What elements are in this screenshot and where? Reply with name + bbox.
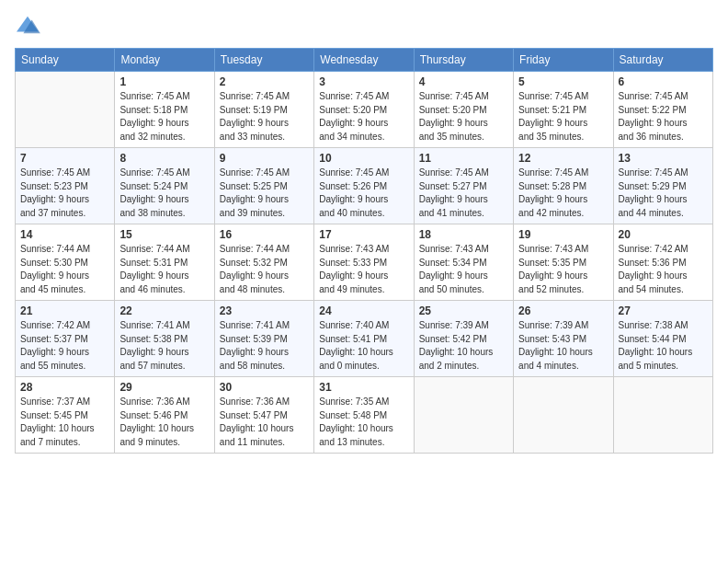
day-number: 17 bbox=[319, 228, 408, 241]
day-number: 25 bbox=[419, 304, 508, 317]
day-info: Sunrise: 7:36 AMSunset: 5:47 PMDaylight:… bbox=[220, 396, 309, 449]
day-number: 29 bbox=[119, 381, 209, 394]
col-friday: Friday bbox=[514, 49, 613, 72]
day-info: Sunrise: 7:45 AMSunset: 5:28 PMDaylight:… bbox=[518, 167, 608, 220]
day-number: 20 bbox=[619, 228, 708, 241]
day-number: 23 bbox=[220, 304, 309, 317]
day-number: 24 bbox=[319, 304, 408, 317]
day-info: Sunrise: 7:42 AMSunset: 5:37 PMDaylight:… bbox=[20, 319, 109, 373]
table-cell: 2Sunrise: 7:45 AMSunset: 5:19 PMDaylight… bbox=[214, 72, 313, 148]
table-cell: 22Sunrise: 7:41 AMSunset: 5:38 PMDayligh… bbox=[115, 301, 214, 377]
header bbox=[15, 15, 713, 37]
day-number: 7 bbox=[20, 152, 109, 165]
col-thursday: Thursday bbox=[414, 49, 513, 72]
day-info: Sunrise: 7:45 AMSunset: 5:20 PMDaylight:… bbox=[319, 90, 408, 144]
calendar-week-row: 14Sunrise: 7:44 AMSunset: 5:30 PMDayligh… bbox=[16, 224, 713, 301]
day-info: Sunrise: 7:43 AMSunset: 5:35 PMDaylight:… bbox=[518, 243, 608, 296]
day-info: Sunrise: 7:40 AMSunset: 5:41 PMDaylight:… bbox=[319, 319, 408, 373]
table-cell: 19Sunrise: 7:43 AMSunset: 5:35 PMDayligh… bbox=[514, 224, 613, 301]
table-cell: 30Sunrise: 7:36 AMSunset: 5:47 PMDayligh… bbox=[214, 377, 313, 454]
day-number: 2 bbox=[220, 75, 309, 88]
day-number: 8 bbox=[119, 152, 209, 165]
day-info: Sunrise: 7:43 AMSunset: 5:33 PMDaylight:… bbox=[319, 243, 408, 296]
col-wednesday: Wednesday bbox=[314, 49, 414, 72]
day-number: 16 bbox=[220, 228, 309, 241]
table-cell: 8Sunrise: 7:45 AMSunset: 5:24 PMDaylight… bbox=[115, 148, 214, 224]
day-number: 18 bbox=[419, 228, 508, 241]
table-cell: 11Sunrise: 7:45 AMSunset: 5:27 PMDayligh… bbox=[414, 148, 513, 224]
day-info: Sunrise: 7:45 AMSunset: 5:22 PMDaylight:… bbox=[619, 90, 708, 144]
day-number: 1 bbox=[119, 75, 209, 88]
col-tuesday: Tuesday bbox=[214, 49, 313, 72]
table-cell: 15Sunrise: 7:44 AMSunset: 5:31 PMDayligh… bbox=[115, 224, 214, 301]
day-number: 12 bbox=[518, 152, 608, 165]
calendar-week-row: 1Sunrise: 7:45 AMSunset: 5:18 PMDaylight… bbox=[16, 72, 713, 148]
day-info: Sunrise: 7:45 AMSunset: 5:19 PMDaylight:… bbox=[220, 90, 309, 144]
day-number: 9 bbox=[220, 152, 309, 165]
day-number: 11 bbox=[419, 152, 508, 165]
table-cell: 6Sunrise: 7:45 AMSunset: 5:22 PMDaylight… bbox=[613, 72, 712, 148]
day-info: Sunrise: 7:45 AMSunset: 5:24 PMDaylight:… bbox=[119, 167, 209, 220]
table-cell: 25Sunrise: 7:39 AMSunset: 5:42 PMDayligh… bbox=[414, 301, 513, 377]
col-sunday: Sunday bbox=[16, 49, 115, 72]
table-cell bbox=[514, 377, 613, 454]
table-cell: 10Sunrise: 7:45 AMSunset: 5:26 PMDayligh… bbox=[314, 148, 414, 224]
logo-icon bbox=[15, 15, 40, 37]
day-info: Sunrise: 7:38 AMSunset: 5:44 PMDaylight:… bbox=[619, 319, 708, 373]
table-cell: 4Sunrise: 7:45 AMSunset: 5:20 PMDaylight… bbox=[414, 72, 513, 148]
table-cell: 16Sunrise: 7:44 AMSunset: 5:32 PMDayligh… bbox=[214, 224, 313, 301]
day-number: 19 bbox=[518, 228, 608, 241]
table-cell: 3Sunrise: 7:45 AMSunset: 5:20 PMDaylight… bbox=[314, 72, 414, 148]
day-info: Sunrise: 7:41 AMSunset: 5:38 PMDaylight:… bbox=[119, 319, 209, 373]
table-cell bbox=[16, 72, 115, 148]
table-cell: 14Sunrise: 7:44 AMSunset: 5:30 PMDayligh… bbox=[16, 224, 115, 301]
table-cell: 1Sunrise: 7:45 AMSunset: 5:18 PMDaylight… bbox=[115, 72, 214, 148]
table-cell: 26Sunrise: 7:39 AMSunset: 5:43 PMDayligh… bbox=[514, 301, 613, 377]
day-info: Sunrise: 7:41 AMSunset: 5:39 PMDaylight:… bbox=[220, 319, 309, 373]
table-cell: 31Sunrise: 7:35 AMSunset: 5:48 PMDayligh… bbox=[314, 377, 414, 454]
main-container: Sunday Monday Tuesday Wednesday Thursday… bbox=[0, 0, 728, 461]
table-cell bbox=[414, 377, 513, 454]
table-cell: 28Sunrise: 7:37 AMSunset: 5:45 PMDayligh… bbox=[16, 377, 115, 454]
table-cell: 12Sunrise: 7:45 AMSunset: 5:28 PMDayligh… bbox=[514, 148, 613, 224]
day-number: 31 bbox=[319, 381, 408, 394]
day-number: 26 bbox=[518, 304, 608, 317]
calendar-week-row: 21Sunrise: 7:42 AMSunset: 5:37 PMDayligh… bbox=[16, 301, 713, 377]
col-monday: Monday bbox=[115, 49, 214, 72]
day-info: Sunrise: 7:35 AMSunset: 5:48 PMDaylight:… bbox=[319, 396, 408, 449]
table-cell: 21Sunrise: 7:42 AMSunset: 5:37 PMDayligh… bbox=[16, 301, 115, 377]
day-info: Sunrise: 7:44 AMSunset: 5:31 PMDaylight:… bbox=[119, 243, 209, 296]
day-info: Sunrise: 7:44 AMSunset: 5:32 PMDaylight:… bbox=[220, 243, 309, 296]
day-number: 21 bbox=[20, 304, 109, 317]
day-info: Sunrise: 7:36 AMSunset: 5:46 PMDaylight:… bbox=[119, 396, 209, 449]
day-number: 4 bbox=[419, 75, 508, 88]
day-info: Sunrise: 7:39 AMSunset: 5:42 PMDaylight:… bbox=[419, 319, 508, 373]
day-info: Sunrise: 7:42 AMSunset: 5:36 PMDaylight:… bbox=[619, 243, 708, 296]
day-number: 5 bbox=[518, 75, 608, 88]
table-cell: 29Sunrise: 7:36 AMSunset: 5:46 PMDayligh… bbox=[115, 377, 214, 454]
calendar-table: Sunday Monday Tuesday Wednesday Thursday… bbox=[15, 48, 713, 454]
table-cell: 27Sunrise: 7:38 AMSunset: 5:44 PMDayligh… bbox=[613, 301, 712, 377]
table-cell: 13Sunrise: 7:45 AMSunset: 5:29 PMDayligh… bbox=[613, 148, 712, 224]
day-number: 6 bbox=[619, 75, 708, 88]
day-number: 27 bbox=[619, 304, 708, 317]
day-info: Sunrise: 7:45 AMSunset: 5:20 PMDaylight:… bbox=[419, 90, 508, 144]
calendar-week-row: 28Sunrise: 7:37 AMSunset: 5:45 PMDayligh… bbox=[16, 377, 713, 454]
logo bbox=[15, 15, 44, 37]
table-cell: 9Sunrise: 7:45 AMSunset: 5:25 PMDaylight… bbox=[214, 148, 313, 224]
day-number: 28 bbox=[20, 381, 109, 394]
day-number: 10 bbox=[319, 152, 408, 165]
table-cell: 20Sunrise: 7:42 AMSunset: 5:36 PMDayligh… bbox=[613, 224, 712, 301]
col-saturday: Saturday bbox=[613, 49, 712, 72]
day-number: 22 bbox=[119, 304, 209, 317]
day-info: Sunrise: 7:45 AMSunset: 5:29 PMDaylight:… bbox=[619, 167, 708, 220]
table-cell: 18Sunrise: 7:43 AMSunset: 5:34 PMDayligh… bbox=[414, 224, 513, 301]
day-info: Sunrise: 7:45 AMSunset: 5:27 PMDaylight:… bbox=[419, 167, 508, 220]
calendar-week-row: 7Sunrise: 7:45 AMSunset: 5:23 PMDaylight… bbox=[16, 148, 713, 224]
day-info: Sunrise: 7:45 AMSunset: 5:26 PMDaylight:… bbox=[319, 167, 408, 220]
day-number: 14 bbox=[20, 228, 109, 241]
day-info: Sunrise: 7:45 AMSunset: 5:23 PMDaylight:… bbox=[20, 167, 109, 220]
day-number: 13 bbox=[619, 152, 708, 165]
day-info: Sunrise: 7:45 AMSunset: 5:25 PMDaylight:… bbox=[220, 167, 309, 220]
table-cell: 7Sunrise: 7:45 AMSunset: 5:23 PMDaylight… bbox=[16, 148, 115, 224]
